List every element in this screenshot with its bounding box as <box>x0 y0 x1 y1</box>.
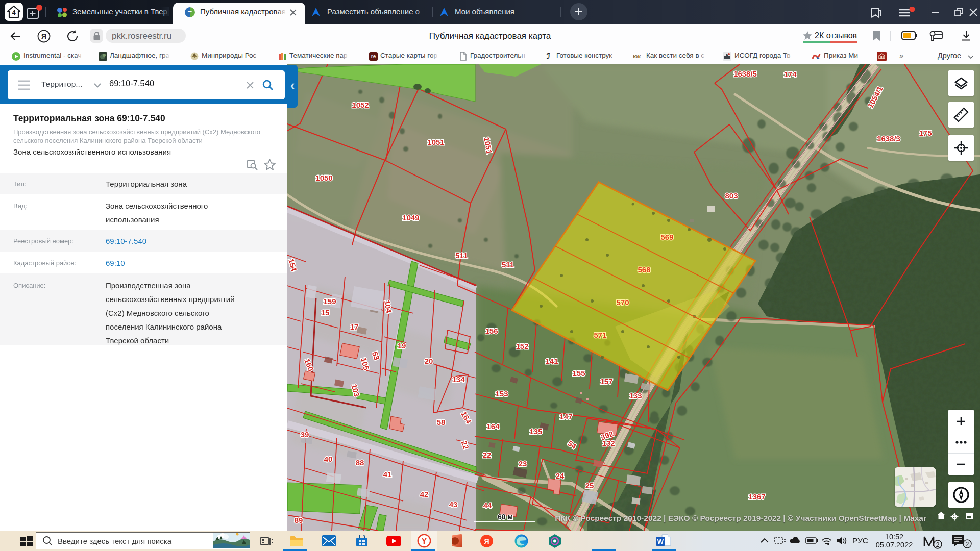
svg-text:569: 569 <box>660 233 673 241</box>
svg-text:155: 155 <box>572 369 585 378</box>
svg-text:42: 42 <box>420 490 429 498</box>
svg-text:2: 2 <box>966 541 969 548</box>
svg-text:1638/5: 1638/5 <box>733 69 757 78</box>
svg-text:132: 132 <box>602 439 615 447</box>
svg-text:89: 89 <box>295 516 303 524</box>
svg-text:159: 159 <box>323 297 336 306</box>
svg-text:571: 571 <box>594 331 606 339</box>
svg-text:570: 570 <box>616 298 629 307</box>
svg-text:2: 2 <box>936 541 940 548</box>
svg-text:1049: 1049 <box>402 213 419 222</box>
svg-text:22: 22 <box>483 450 492 459</box>
svg-text:511: 511 <box>455 251 468 260</box>
svg-text:147: 147 <box>559 412 572 421</box>
svg-text:133: 133 <box>629 391 642 400</box>
svg-text:803: 803 <box>725 191 738 200</box>
svg-text:1051: 1051 <box>427 138 444 146</box>
svg-text:153: 153 <box>495 389 508 398</box>
svg-text:40: 40 <box>324 455 333 463</box>
svg-text:511: 511 <box>502 260 514 269</box>
svg-text:W: W <box>657 538 664 545</box>
svg-text:157: 157 <box>600 377 612 386</box>
svg-text:25: 25 <box>585 481 594 490</box>
svg-text:1367: 1367 <box>748 492 765 501</box>
svg-text:174: 174 <box>783 70 797 79</box>
svg-text:58: 58 <box>437 418 446 427</box>
svg-text:135: 135 <box>529 427 542 436</box>
svg-text:24: 24 <box>556 471 565 480</box>
svg-text:134: 134 <box>452 375 465 384</box>
svg-text:1052: 1052 <box>352 101 369 109</box>
svg-text:152: 152 <box>516 342 528 350</box>
svg-text:19: 19 <box>398 341 406 350</box>
svg-text:1050: 1050 <box>315 173 332 182</box>
svg-text:41: 41 <box>383 470 392 479</box>
svg-text:175: 175 <box>919 129 932 137</box>
svg-text:44: 44 <box>483 501 492 510</box>
svg-text:23: 23 <box>519 459 527 468</box>
svg-text:156: 156 <box>485 327 498 335</box>
svg-text:164: 164 <box>486 422 500 431</box>
svg-text:43: 43 <box>449 500 458 509</box>
svg-text:141: 141 <box>545 357 558 365</box>
svg-text:1638/3: 1638/3 <box>877 134 900 143</box>
svg-text:60 м: 60 м <box>498 513 513 521</box>
svg-text:88: 88 <box>356 458 364 467</box>
svg-text:4: 4 <box>12 9 16 16</box>
svg-text:17: 17 <box>350 322 359 331</box>
svg-text:ПКК © Росреестр 2010-2022 | ЕЭ: ПКК © Росреестр 2010-2022 | ЕЭКО © Росре… <box>555 514 926 522</box>
svg-text:15: 15 <box>321 308 330 317</box>
svg-text:Y: Y <box>421 536 427 546</box>
svg-text:568: 568 <box>638 265 650 274</box>
svg-text:39: 39 <box>301 430 309 439</box>
svg-text:20: 20 <box>425 357 433 365</box>
svg-text:Я: Я <box>484 537 489 545</box>
